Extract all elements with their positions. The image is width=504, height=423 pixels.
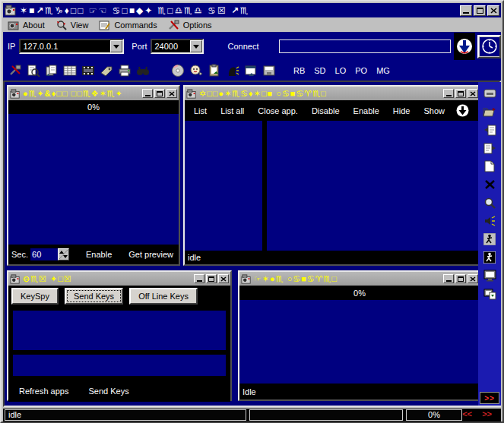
status-forward-button[interactable]: >> [479, 409, 495, 418]
sec-label: Sec. [11, 250, 28, 259]
maximize-button[interactable] [455, 274, 466, 283]
port-dropdown-button[interactable] [190, 40, 202, 52]
toolbar-letter-lo[interactable]: LO [331, 66, 351, 75]
close-icon [470, 91, 476, 96]
run-man-dark-icon[interactable] [482, 250, 497, 265]
close-icon [470, 276, 476, 282]
refresh-apps-button[interactable]: Refresh apps [16, 387, 71, 396]
paste-run-icon[interactable] [206, 62, 223, 79]
port-input[interactable]: 24000 [152, 40, 189, 52]
menu-commands[interactable]: Commands [99, 20, 157, 30]
cd-icon[interactable] [170, 62, 186, 79]
close-app-button[interactable]: Close app. [255, 106, 301, 115]
minimize-button[interactable] [142, 89, 153, 98]
film-icon[interactable] [80, 62, 97, 79]
toolbar-letter-sd[interactable]: SD [309, 66, 330, 75]
command-input[interactable] [279, 39, 451, 53]
menu-view[interactable]: View [55, 20, 89, 30]
disconnect-button[interactable] [454, 33, 476, 60]
minimize-icon [446, 280, 452, 282]
close-button[interactable] [487, 5, 499, 16]
close-button[interactable] [468, 89, 478, 98]
maximize-button[interactable] [474, 5, 486, 16]
status-secondary-panel [249, 409, 403, 421]
maximize-button[interactable] [206, 274, 217, 283]
status-back-button[interactable]: << [459, 409, 475, 418]
list-all-button[interactable]: List all [217, 106, 247, 115]
tag-icon[interactable] [98, 62, 115, 79]
side-toolbar-more-button[interactable]: >> [480, 392, 499, 404]
keys-log-area[interactable] [13, 311, 226, 350]
clock-button[interactable] [477, 35, 501, 58]
sec-stepper[interactable] [58, 248, 69, 260]
ip-dropdown-button[interactable] [110, 40, 122, 52]
run-man-light-icon[interactable] [482, 232, 497, 247]
tools-icon[interactable] [7, 62, 24, 79]
get-preview-button[interactable]: Get preview [125, 250, 176, 259]
file-progress-value: 0% [353, 289, 366, 298]
keys-input-area[interactable] [13, 355, 226, 376]
find-doc-icon[interactable] [25, 62, 42, 79]
sound-icon[interactable] [482, 213, 497, 229]
file-status-text: Idle [242, 387, 256, 396]
toolbar-letter-rb[interactable]: RB [289, 66, 309, 75]
chat-icon[interactable] [188, 62, 204, 79]
speak-head-icon[interactable] [224, 62, 241, 79]
minimize-button[interactable] [443, 274, 454, 283]
print-icon[interactable] [116, 62, 133, 79]
close-button[interactable] [468, 274, 478, 283]
minimize-button[interactable] [443, 89, 454, 98]
send-keys-button[interactable]: Send Keys [85, 387, 132, 396]
commands-icon [99, 20, 111, 30]
maximize-button[interactable] [154, 89, 165, 98]
enable-button[interactable]: Enable [350, 106, 382, 115]
open-folder-icon[interactable] [482, 104, 497, 119]
enable-button[interactable]: Enable [83, 250, 115, 259]
screen-icon[interactable] [482, 268, 497, 283]
close-button[interactable] [166, 89, 177, 98]
maximize-icon [477, 8, 483, 14]
ip-input[interactable]: 127.0.0.1 [21, 40, 110, 52]
process-detail-pane[interactable] [267, 121, 480, 251]
show-button[interactable]: Show [420, 106, 448, 115]
disable-button[interactable]: Disable [309, 106, 343, 115]
hide-button[interactable]: Hide [390, 106, 414, 115]
new-doc-icon[interactable] [482, 159, 497, 174]
titlebar-icon[interactable] [482, 86, 497, 101]
refresh-circle-button[interactable] [456, 104, 469, 117]
window-title: ✶■↗♏♑♦□□ ☞☜ ♋□■◆✦ ♏□♎♏♎ ♋☒ ↗♏ [20, 5, 460, 16]
maximize-button[interactable] [455, 89, 466, 98]
delete-icon[interactable] [482, 177, 497, 192]
toolbar-letter-mg[interactable]: MG [372, 66, 395, 75]
binoculars-icon[interactable] [135, 62, 151, 79]
down-circle-icon [456, 104, 469, 117]
keys-window-titlebar: ⊖♏☒ ✦□☒ [8, 272, 230, 286]
list-button[interactable]: List [191, 106, 210, 115]
export-doc-icon[interactable] [482, 140, 497, 156]
sec-input[interactable] [30, 248, 58, 260]
import-doc-icon[interactable] [482, 122, 497, 137]
screenshot-icon[interactable] [482, 286, 497, 301]
search-icon[interactable] [482, 195, 497, 210]
maximize-icon [157, 91, 163, 96]
ip-combobox[interactable]: 127.0.0.1 [19, 39, 124, 54]
menu-about[interactable]: About [8, 20, 45, 30]
window-run-icon[interactable] [242, 62, 259, 79]
preview-progress-value: 0% [87, 103, 100, 112]
toolbar-letter-po[interactable]: PO [350, 66, 372, 75]
copy-docs-icon[interactable] [43, 62, 60, 79]
tab-keyspy[interactable]: KeySpy [11, 288, 59, 305]
status-text-panel: idle [5, 409, 246, 421]
minimize-button[interactable] [194, 274, 204, 283]
tab-send-keys[interactable]: Send Keys [65, 288, 123, 305]
preview-viewport [8, 114, 179, 245]
port-combobox[interactable]: 24000 [151, 39, 203, 54]
minimize-button[interactable] [460, 5, 472, 16]
table-icon[interactable] [62, 62, 78, 79]
close-button[interactable] [218, 274, 229, 283]
save-window-icon[interactable] [261, 62, 277, 79]
process-list-pane[interactable] [185, 121, 262, 251]
tab-offline-keys[interactable]: Off Line Keys [129, 288, 198, 305]
menu-options[interactable]: Options [168, 20, 212, 30]
connect-button[interactable]: Connect [225, 42, 262, 51]
